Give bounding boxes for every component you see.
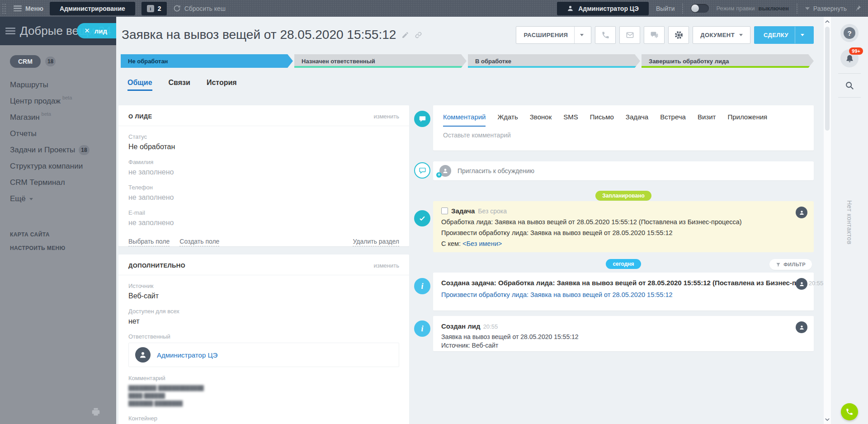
tab-apps[interactable]: Приложения bbox=[727, 113, 767, 127]
tab-general[interactable]: Общие bbox=[127, 79, 152, 91]
lead-filter-pill[interactable]: ✕ лид bbox=[77, 23, 116, 38]
notifications-count-badge: 99+ bbox=[849, 47, 863, 55]
edit-section-link[interactable]: изменить bbox=[373, 113, 399, 120]
field-comment: Комментарий ████████ █████████████ ████ … bbox=[128, 375, 399, 407]
task-with-link[interactable]: <Без имени> bbox=[462, 240, 502, 247]
email-button[interactable] bbox=[619, 26, 640, 44]
tab-connections[interactable]: Связи bbox=[169, 79, 190, 91]
extensions-button[interactable]: РАСШИРЕНИЯ bbox=[516, 26, 591, 44]
field-source: Источник Веб-сайт bbox=[128, 283, 399, 300]
edit-section-link[interactable]: изменить bbox=[373, 262, 399, 269]
invite-to-discussion-button[interactable]: + Пригласить к обсуждению bbox=[433, 161, 814, 180]
tab-call[interactable]: Звонок bbox=[530, 113, 552, 127]
create-deal-button[interactable]: СДЕЛКУ bbox=[754, 26, 814, 44]
print-button[interactable] bbox=[91, 407, 101, 419]
user-icon bbox=[139, 351, 147, 359]
tab-wait[interactable]: Ждать bbox=[497, 113, 518, 127]
chevron-down-icon bbox=[580, 34, 584, 36]
sidebar-item-reports[interactable]: Отчеты bbox=[0, 126, 116, 142]
entry-link[interactable]: Произвести обработку лида: Заявка на выв… bbox=[441, 291, 791, 298]
tab-visit[interactable]: Визит bbox=[698, 113, 716, 127]
chevron-down-icon bbox=[801, 34, 804, 36]
delete-section-link[interactable]: Удалить раздел bbox=[353, 238, 399, 246]
info-feed-icon: i bbox=[414, 320, 430, 337]
chevron-down-icon bbox=[825, 418, 830, 421]
rail-divider bbox=[838, 73, 861, 74]
close-icon[interactable]: ✕ bbox=[84, 27, 90, 35]
hamburger-icon bbox=[14, 5, 22, 11]
stage-assigned[interactable]: Назначен ответственный bbox=[294, 54, 467, 68]
sidebar-item-crm-terminal[interactable]: CRM Терминал bbox=[0, 174, 116, 191]
filter-button[interactable]: ФИЛЬТР bbox=[769, 259, 812, 270]
select-field-link[interactable]: Выбрать поле bbox=[128, 238, 170, 246]
sidebar-nav: Маршруты Центр продажbeta Магазинbeta От… bbox=[0, 77, 116, 207]
planned-separator: Запланировано bbox=[433, 191, 814, 201]
configure-menu-link[interactable]: НАСТРОИТЬ МЕНЮ bbox=[0, 241, 116, 255]
rail-divider bbox=[838, 97, 861, 98]
drag-handle-icon bbox=[2, 3, 6, 14]
sidebar-item-crm[interactable]: CRM bbox=[10, 55, 41, 68]
notifications-button[interactable]: 99+ bbox=[840, 49, 859, 67]
stage-not-processed[interactable]: Не обработан bbox=[121, 54, 293, 68]
avatar bbox=[796, 278, 807, 290]
sidebar-item-sales-center[interactable]: Центр продажbeta bbox=[0, 93, 116, 109]
beta-label: beta bbox=[62, 95, 72, 100]
administration-button[interactable]: Администрирование bbox=[50, 2, 135, 15]
check-icon bbox=[419, 215, 426, 222]
tab-history[interactable]: История bbox=[207, 79, 237, 91]
comment-input[interactable]: Оставьте комментарий bbox=[433, 127, 814, 144]
card-title: О ЛИДЕ bbox=[128, 113, 152, 120]
sidebar-item-routes[interactable]: Маршруты bbox=[0, 77, 116, 93]
edit-title-button[interactable] bbox=[401, 31, 409, 39]
chat-button[interactable] bbox=[644, 26, 665, 44]
logout-link[interactable]: Выйти bbox=[656, 5, 675, 12]
sidebar-item-more[interactable]: Ещё bbox=[0, 191, 116, 207]
sidebar-hamburger-icon[interactable] bbox=[5, 28, 15, 34]
link-icon bbox=[415, 31, 422, 39]
settings-button[interactable] bbox=[668, 26, 689, 44]
expand-button[interactable]: Развернуть bbox=[805, 5, 847, 12]
notifications-counter-button[interactable]: i 2 bbox=[142, 2, 167, 15]
task-title-link[interactable]: Обработка лида: Заявка на вывоз вещей от… bbox=[441, 218, 806, 226]
telephony-widget-button[interactable] bbox=[841, 403, 858, 420]
planned-badge: Запланировано bbox=[595, 191, 651, 201]
stage-in-progress[interactable]: В обработке bbox=[468, 54, 640, 68]
tab-letter[interactable]: Письмо bbox=[590, 113, 614, 127]
sidebar-item-store[interactable]: Магазинbeta bbox=[0, 109, 116, 126]
menu-button[interactable]: Меню bbox=[14, 5, 43, 12]
sidebar-item-tasks[interactable]: Задачи и Проекты18 bbox=[0, 142, 116, 158]
edit-mode-state: выключен bbox=[759, 5, 789, 12]
tab-task[interactable]: Задача bbox=[626, 113, 648, 127]
task-checkbox[interactable] bbox=[441, 207, 448, 214]
redacted-text: ████████ █████████████ bbox=[128, 384, 399, 392]
copy-link-button[interactable] bbox=[415, 31, 422, 39]
responsible-user-link[interactable]: Администратор ЦЭ bbox=[157, 351, 217, 359]
sitemap-link[interactable]: КАРТА САЙТА bbox=[0, 228, 116, 241]
info-feed-icon: i bbox=[414, 278, 430, 294]
reset-cache-button[interactable]: Сбросить кеш bbox=[173, 5, 226, 12]
entry-title: Создан лид20:55 bbox=[441, 322, 791, 330]
tab-comment[interactable]: Комментарий bbox=[443, 113, 486, 127]
vertical-scrollbar[interactable] bbox=[824, 17, 831, 424]
beta-label: beta bbox=[42, 111, 51, 117]
search-button[interactable] bbox=[840, 80, 859, 91]
scroll-up-button[interactable] bbox=[824, 18, 831, 25]
task-description: Произвести обработку лида: Заявка на выв… bbox=[441, 229, 806, 236]
main-content: Заявка на вывоз вещей от 28.05.2020 15:5… bbox=[116, 17, 824, 424]
phone-icon bbox=[845, 408, 854, 416]
printer-icon bbox=[91, 407, 101, 417]
call-button[interactable] bbox=[595, 26, 616, 44]
sidebar-item-company-structure[interactable]: Структура компании bbox=[0, 158, 116, 174]
current-user-button[interactable]: Администратор ЦЭ bbox=[557, 2, 649, 15]
pin-button[interactable] bbox=[854, 5, 862, 12]
tab-meeting[interactable]: Встреча bbox=[660, 113, 686, 127]
scrollbar-thumb[interactable] bbox=[825, 27, 830, 131]
scroll-down-button[interactable] bbox=[824, 416, 831, 423]
edit-mode-toggle[interactable] bbox=[691, 4, 709, 13]
document-button[interactable]: ДОКУМЕНТ bbox=[693, 26, 750, 44]
tab-sms[interactable]: SMS bbox=[563, 113, 578, 127]
stage-finish-processing[interactable]: Завершить обработку лида bbox=[642, 54, 814, 68]
speech-bubble-icon bbox=[419, 115, 426, 123]
help-button[interactable]: ? bbox=[840, 24, 859, 42]
create-field-link[interactable]: Создать поле bbox=[179, 238, 219, 246]
